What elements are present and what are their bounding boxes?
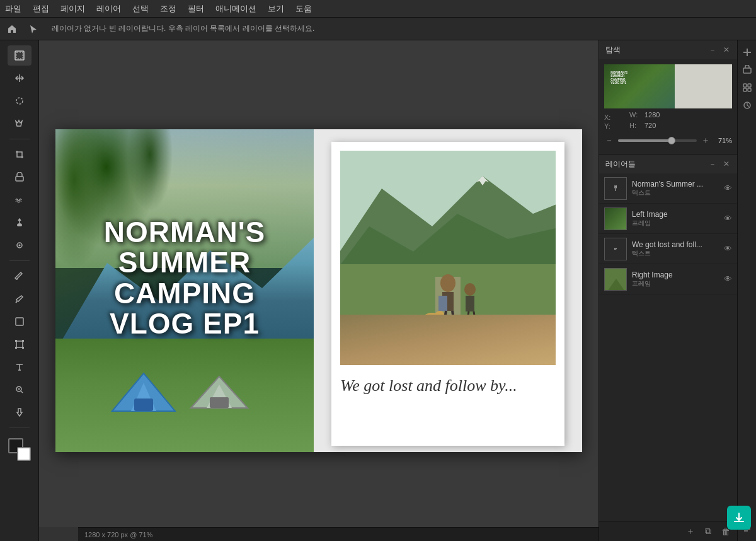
nav-dimensions: W: 1280 H: 720 xyxy=(629,111,660,131)
layer-thumb-caption: w xyxy=(604,238,627,260)
w-value: 1280 xyxy=(644,111,660,120)
tool-crop[interactable] xyxy=(8,144,32,165)
svg-rect-11 xyxy=(22,347,24,349)
tool-divider-3 xyxy=(9,428,30,428)
layer-name-caption: We got lost and foll... xyxy=(632,240,719,249)
tool-shape[interactable] xyxy=(8,311,32,332)
layer-info-right-image: Right Image 프레임 xyxy=(632,270,719,288)
x-label: X: xyxy=(604,113,617,121)
zoom-thumb[interactable] xyxy=(668,137,675,144)
navigator-thumbnail[interactable]: NORMAN'SSUMMERCAMPINGVLOG EP1 xyxy=(604,64,732,108)
zoom-out-button[interactable]: － xyxy=(604,135,614,146)
canvas-area[interactable]: NORMAN'S SUMMER CAMPING VLOG EP1 xyxy=(39,40,598,541)
menu-animation[interactable]: 애니메이션 xyxy=(215,3,256,15)
tent1-icon xyxy=(106,370,181,414)
tool-move[interactable] xyxy=(8,68,32,88)
navigator-minimize-button[interactable]: － xyxy=(708,45,717,54)
navigator-panel: 탐색 － ✕ NORMAN'SSUMMERCAMPINGVLOG EP1 X: … xyxy=(599,40,737,154)
add-layer-button[interactable]: ＋ xyxy=(684,525,697,538)
toolbar: 레이어가 없거나 빈 레이어랍니다. 우측 레이어 목록에서 레이어를 선택하세… xyxy=(0,18,756,40)
svg-rect-10 xyxy=(15,347,17,349)
tool-eyedropper[interactable] xyxy=(8,289,32,309)
duplicate-layer-button[interactable]: ⧉ xyxy=(702,525,714,538)
menu-select[interactable]: 선택 xyxy=(132,3,149,15)
svg-point-35 xyxy=(423,313,441,323)
layer-item-right-image[interactable]: Right Image 프레임 👁 xyxy=(599,264,737,294)
zoom-fill xyxy=(618,139,669,142)
home-icon[interactable] xyxy=(5,22,19,36)
svg-line-40 xyxy=(437,321,438,326)
tool-freeselect[interactable] xyxy=(8,113,32,134)
cursor-icon[interactable] xyxy=(26,22,40,36)
svg-rect-44 xyxy=(743,68,751,73)
nav-thumb-right xyxy=(675,64,732,108)
menu-page[interactable]: 페이지 xyxy=(60,3,85,15)
background-color[interactable] xyxy=(17,447,31,461)
tool-waves[interactable] xyxy=(8,190,32,210)
layers-close-button[interactable]: ✕ xyxy=(722,160,731,168)
svg-rect-8 xyxy=(15,340,17,342)
canvas-right-panel: We got lost and follow by... xyxy=(314,129,582,452)
polaroid-photo xyxy=(340,151,556,365)
svg-rect-6 xyxy=(16,318,23,325)
layers-minimize-button[interactable]: － xyxy=(708,160,717,168)
svg-line-37 xyxy=(421,318,425,322)
zoom-slider[interactable] xyxy=(618,139,697,142)
zoom-in-button[interactable]: ＋ xyxy=(701,135,711,146)
tool-brush[interactable] xyxy=(8,212,32,233)
svg-point-2 xyxy=(16,98,23,104)
download-button[interactable] xyxy=(727,506,751,530)
menu-filter[interactable]: 필터 xyxy=(188,3,204,15)
tool-eraser[interactable] xyxy=(8,167,32,187)
layer-thumb-right-image xyxy=(604,268,627,291)
svg-rect-32 xyxy=(466,296,474,311)
navigator-header: 탐색 － ✕ xyxy=(599,40,737,59)
tool-pen[interactable] xyxy=(8,266,32,286)
menu-view[interactable]: 보기 xyxy=(268,3,284,15)
svg-rect-47 xyxy=(743,88,747,91)
tool-lasso[interactable] xyxy=(8,91,32,111)
menu-file[interactable]: 파일 xyxy=(5,3,21,15)
layer-visibility-right-image-button[interactable]: 👁 xyxy=(724,274,732,284)
tool-pan[interactable] xyxy=(8,402,32,422)
menu-help[interactable]: 도움 xyxy=(295,3,312,15)
right-edge-tool4[interactable] xyxy=(740,98,754,112)
tool-text[interactable] xyxy=(8,357,32,377)
layer-item-caption-text[interactable]: w We got lost and foll... 텍스트 👁 xyxy=(599,234,737,264)
layer-visibility-normans-button[interactable]: 👁 xyxy=(724,183,732,193)
tool-zoom[interactable] xyxy=(8,380,32,400)
tent2-icon xyxy=(188,373,251,411)
layer-type-normans: 텍스트 xyxy=(632,189,719,197)
canvas[interactable]: NORMAN'S SUMMER CAMPING VLOG EP1 xyxy=(55,129,582,452)
h-value: 720 xyxy=(644,122,660,131)
right-edge-tool1[interactable] xyxy=(740,45,754,59)
right-edge-tool3[interactable] xyxy=(740,81,754,95)
canvas-left-panel: NORMAN'S SUMMER CAMPING VLOG EP1 xyxy=(55,129,314,452)
tool-select[interactable] xyxy=(8,45,32,66)
right-edge-tool2[interactable] xyxy=(740,63,754,77)
y-label: Y: xyxy=(604,122,617,130)
menu-edit[interactable]: 편집 xyxy=(33,3,49,15)
layer-item-normans-text[interactable]: NT Norman's Summer ... 텍스트 👁 xyxy=(599,173,737,204)
menu-adjust[interactable]: 조정 xyxy=(160,3,176,15)
svg-rect-15 xyxy=(134,398,153,411)
svg-point-31 xyxy=(464,283,476,296)
menu-layer[interactable]: 레이어 xyxy=(96,3,121,15)
navigator-content: NORMAN'SSUMMERCAMPINGVLOG EP1 X: Y: W: 1… xyxy=(599,59,737,154)
navigator-close-button[interactable]: ✕ xyxy=(722,45,731,54)
color-swatch[interactable] xyxy=(8,438,31,461)
layer-item-left-image[interactable]: Left Image 프레임 👁 xyxy=(599,204,737,234)
layer-visibility-caption-button[interactable]: 👁 xyxy=(724,244,732,253)
svg-point-5 xyxy=(18,245,20,247)
svg-rect-18 xyxy=(210,397,229,408)
layers-header: 레이어들 － ✕ xyxy=(599,154,737,173)
layer-visibility-left-image-button[interactable]: 👁 xyxy=(724,214,732,223)
layer-info-caption: We got lost and foll... 텍스트 xyxy=(632,240,719,258)
tool-transform[interactable] xyxy=(8,334,32,354)
svg-rect-1 xyxy=(16,52,23,59)
layer-type-caption: 텍스트 xyxy=(632,249,719,258)
nav-thumb-text: NORMAN'SSUMMERCAMPINGVLOG EP1 xyxy=(610,71,627,85)
toolbar-message: 레이어가 없거나 빈 레이어랍니다. 우측 레이어 목록에서 레이어를 선택하세… xyxy=(52,23,314,34)
layer-type-left-image: 프레임 xyxy=(632,219,719,228)
tool-stamp[interactable] xyxy=(8,235,32,255)
